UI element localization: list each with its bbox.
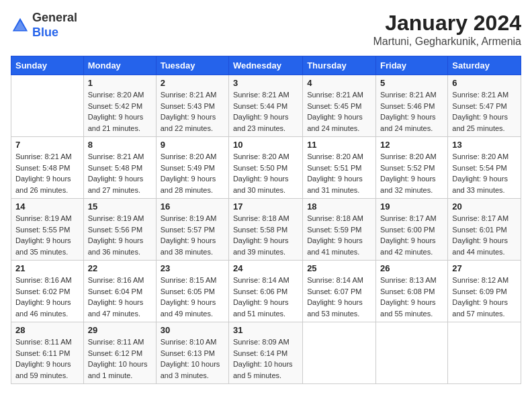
header-cell-tuesday: Tuesday (156, 56, 228, 75)
day-number: 8 (88, 140, 152, 150)
day-number: 7 (15, 140, 79, 150)
day-info: Sunrise: 8:20 AMSunset: 5:50 PMDaylight:… (233, 151, 298, 195)
calendar-week-row: 7Sunrise: 8:21 AMSunset: 5:48 PMDaylight… (11, 137, 521, 199)
logo: General Blue (11, 11, 77, 40)
calendar-cell: 10Sunrise: 8:20 AMSunset: 5:50 PMDayligh… (228, 137, 302, 199)
day-number: 16 (161, 201, 224, 212)
day-number: 9 (161, 140, 224, 150)
calendar-cell (303, 322, 376, 384)
day-info: Sunrise: 8:12 AMSunset: 6:09 PMDaylight:… (452, 275, 517, 319)
day-number: 22 (88, 263, 152, 273)
day-info: Sunrise: 8:21 AMSunset: 5:47 PMDaylight:… (452, 89, 517, 134)
calendar-cell: 14Sunrise: 8:19 AMSunset: 5:55 PMDayligh… (11, 199, 84, 261)
day-info: Sunrise: 8:20 AMSunset: 5:49 PMDaylight:… (161, 151, 224, 195)
calendar-cell: 16Sunrise: 8:19 AMSunset: 5:57 PMDayligh… (156, 199, 228, 261)
day-info: Sunrise: 8:21 AMSunset: 5:48 PMDaylight:… (88, 151, 152, 195)
calendar-cell: 7Sunrise: 8:21 AMSunset: 5:48 PMDaylight… (11, 137, 84, 199)
day-number: 29 (88, 325, 152, 335)
day-info: Sunrise: 8:20 AMSunset: 5:51 PMDaylight:… (307, 151, 371, 195)
day-info: Sunrise: 8:15 AMSunset: 6:05 PMDaylight:… (161, 275, 224, 319)
header-cell-saturday: Saturday (448, 56, 521, 75)
day-info: Sunrise: 8:20 AMSunset: 5:52 PMDaylight:… (380, 151, 443, 195)
header-cell-wednesday: Wednesday (228, 56, 302, 75)
day-info: Sunrise: 8:16 AMSunset: 6:02 PMDaylight:… (15, 275, 79, 319)
calendar-cell: 22Sunrise: 8:16 AMSunset: 6:04 PMDayligh… (83, 261, 156, 322)
day-number: 26 (380, 263, 443, 273)
day-number: 10 (233, 140, 298, 150)
calendar-cell (448, 322, 521, 384)
calendar-cell: 8Sunrise: 8:21 AMSunset: 5:48 PMDaylight… (83, 137, 156, 199)
day-number: 12 (380, 140, 443, 150)
month-title: January 2024 (373, 11, 521, 36)
calendar-cell: 12Sunrise: 8:20 AMSunset: 5:52 PMDayligh… (376, 137, 448, 199)
day-info: Sunrise: 8:18 AMSunset: 5:59 PMDaylight:… (307, 213, 371, 257)
calendar-week-row: 14Sunrise: 8:19 AMSunset: 5:55 PMDayligh… (11, 199, 521, 261)
day-number: 5 (380, 78, 443, 88)
day-info: Sunrise: 8:10 AMSunset: 6:13 PMDaylight:… (161, 336, 224, 381)
calendar-body: 1Sunrise: 8:20 AMSunset: 5:42 PMDaylight… (11, 75, 521, 384)
calendar-cell: 21Sunrise: 8:16 AMSunset: 6:02 PMDayligh… (11, 261, 84, 322)
logo-icon (11, 16, 30, 35)
calendar-cell: 19Sunrise: 8:17 AMSunset: 6:00 PMDayligh… (376, 199, 448, 261)
day-info: Sunrise: 8:20 AMSunset: 5:42 PMDaylight:… (88, 89, 152, 134)
calendar-cell: 30Sunrise: 8:10 AMSunset: 6:13 PMDayligh… (156, 322, 228, 384)
page-header: General Blue January 2024 Martuni, Gegha… (11, 11, 521, 48)
calendar-cell: 29Sunrise: 8:11 AMSunset: 6:12 PMDayligh… (83, 322, 156, 384)
day-info: Sunrise: 8:16 AMSunset: 6:04 PMDaylight:… (88, 275, 152, 319)
calendar-cell: 17Sunrise: 8:18 AMSunset: 5:58 PMDayligh… (228, 199, 302, 261)
day-number: 20 (452, 201, 517, 212)
day-number: 30 (161, 325, 224, 335)
calendar-week-row: 21Sunrise: 8:16 AMSunset: 6:02 PMDayligh… (11, 261, 521, 322)
day-number: 14 (15, 201, 79, 212)
header-cell-friday: Friday (376, 56, 448, 75)
logo-blue: Blue (32, 26, 58, 39)
calendar-cell (376, 322, 448, 384)
day-info: Sunrise: 8:17 AMSunset: 6:00 PMDaylight:… (380, 213, 443, 257)
day-number: 18 (307, 201, 371, 212)
calendar-cell: 24Sunrise: 8:14 AMSunset: 6:06 PMDayligh… (228, 261, 302, 322)
calendar-cell: 27Sunrise: 8:12 AMSunset: 6:09 PMDayligh… (448, 261, 521, 322)
day-info: Sunrise: 8:18 AMSunset: 5:58 PMDaylight:… (233, 213, 298, 257)
day-info: Sunrise: 8:11 AMSunset: 6:11 PMDaylight:… (15, 336, 79, 381)
header-cell-monday: Monday (83, 56, 156, 75)
day-number: 1 (88, 78, 152, 88)
calendar-cell: 20Sunrise: 8:17 AMSunset: 6:01 PMDayligh… (448, 199, 521, 261)
header-cell-thursday: Thursday (303, 56, 376, 75)
day-info: Sunrise: 8:17 AMSunset: 6:01 PMDaylight:… (452, 213, 517, 257)
day-number: 23 (161, 263, 224, 273)
day-number: 13 (452, 140, 517, 150)
location-subtitle: Martuni, Gegharkunik, Armenia (373, 36, 521, 48)
day-info: Sunrise: 8:21 AMSunset: 5:44 PMDaylight:… (233, 89, 298, 134)
calendar-table: SundayMondayTuesdayWednesdayThursdayFrid… (11, 56, 521, 384)
day-number: 3 (233, 78, 298, 88)
day-info: Sunrise: 8:21 AMSunset: 5:45 PMDaylight:… (307, 89, 371, 134)
day-number: 24 (233, 263, 298, 273)
day-info: Sunrise: 8:19 AMSunset: 5:57 PMDaylight:… (161, 213, 224, 257)
calendar-cell: 18Sunrise: 8:18 AMSunset: 5:59 PMDayligh… (303, 199, 376, 261)
calendar-cell: 31Sunrise: 8:09 AMSunset: 6:14 PMDayligh… (228, 322, 302, 384)
calendar-header-row: SundayMondayTuesdayWednesdayThursdayFrid… (11, 56, 521, 75)
logo-general: General (32, 11, 77, 24)
calendar-week-row: 28Sunrise: 8:11 AMSunset: 6:11 PMDayligh… (11, 322, 521, 384)
calendar-cell: 2Sunrise: 8:21 AMSunset: 5:43 PMDaylight… (156, 75, 228, 137)
day-info: Sunrise: 8:21 AMSunset: 5:48 PMDaylight:… (15, 151, 79, 195)
calendar-cell (11, 75, 84, 137)
calendar-cell: 11Sunrise: 8:20 AMSunset: 5:51 PMDayligh… (303, 137, 376, 199)
calendar-cell: 15Sunrise: 8:19 AMSunset: 5:56 PMDayligh… (83, 199, 156, 261)
day-number: 19 (380, 201, 443, 212)
header-cell-sunday: Sunday (11, 56, 84, 75)
day-number: 4 (307, 78, 371, 88)
day-number: 25 (307, 263, 371, 273)
day-info: Sunrise: 8:13 AMSunset: 6:08 PMDaylight:… (380, 275, 443, 319)
calendar-cell: 1Sunrise: 8:20 AMSunset: 5:42 PMDaylight… (83, 75, 156, 137)
day-info: Sunrise: 8:21 AMSunset: 5:46 PMDaylight:… (380, 89, 443, 134)
day-info: Sunrise: 8:19 AMSunset: 5:55 PMDaylight:… (15, 213, 79, 257)
calendar-cell: 28Sunrise: 8:11 AMSunset: 6:11 PMDayligh… (11, 322, 84, 384)
calendar-cell: 23Sunrise: 8:15 AMSunset: 6:05 PMDayligh… (156, 261, 228, 322)
title-block: January 2024 Martuni, Gegharkunik, Armen… (373, 11, 521, 48)
day-number: 2 (161, 78, 224, 88)
calendar-cell: 13Sunrise: 8:20 AMSunset: 5:54 PMDayligh… (448, 137, 521, 199)
calendar-cell: 6Sunrise: 8:21 AMSunset: 5:47 PMDaylight… (448, 75, 521, 137)
calendar-cell: 26Sunrise: 8:13 AMSunset: 6:08 PMDayligh… (376, 261, 448, 322)
day-number: 31 (233, 325, 298, 335)
